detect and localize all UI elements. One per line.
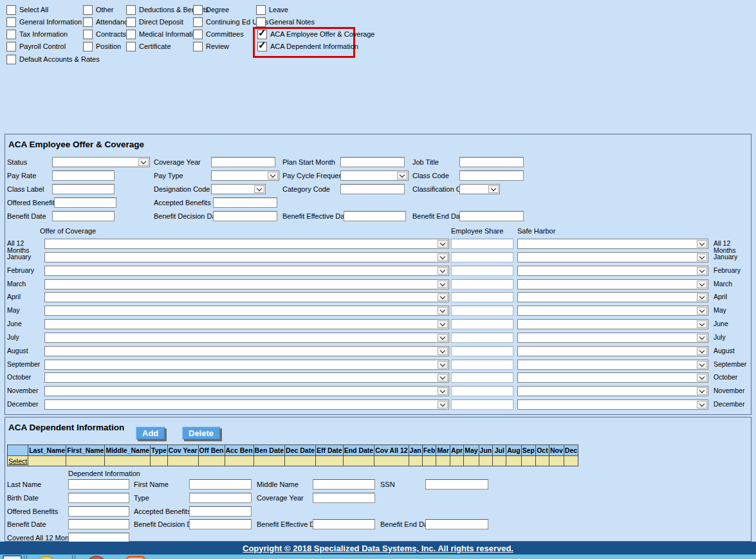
safe-harbor-select[interactable] bbox=[517, 386, 708, 396]
copyright-link[interactable]: Copyright © 2018 Specialized Data System… bbox=[243, 544, 513, 553]
first-name-input[interactable] bbox=[189, 479, 252, 490]
safe-harbor-select[interactable] bbox=[517, 252, 708, 262]
checkbox-icon[interactable] bbox=[126, 42, 136, 51]
safe-harbor-select[interactable] bbox=[517, 333, 708, 343]
ssn-input[interactable] bbox=[425, 479, 488, 490]
checkbox-committees[interactable]: Committees bbox=[193, 30, 244, 39]
benefit-effective-date-input[interactable] bbox=[344, 211, 406, 221]
checkbox-icon[interactable] bbox=[193, 17, 203, 27]
checkbox-icon[interactable] bbox=[256, 5, 266, 15]
benefit-decision-date-input[interactable] bbox=[189, 519, 252, 529]
employee-share-input[interactable] bbox=[451, 346, 513, 356]
offer-of-coverage-select[interactable] bbox=[44, 266, 449, 276]
pay-cycle-frequency-select[interactable] bbox=[340, 170, 409, 181]
employee-share-input[interactable] bbox=[451, 386, 513, 396]
taskbar-window-icon[interactable] bbox=[3, 555, 22, 559]
designation-code-select[interactable] bbox=[211, 184, 266, 194]
offer-of-coverage-select[interactable] bbox=[44, 319, 449, 329]
category-code-input[interactable] bbox=[340, 184, 405, 194]
job-title-input[interactable] bbox=[459, 157, 524, 167]
safe-harbor-select[interactable] bbox=[517, 372, 708, 383]
safe-harbor-select[interactable] bbox=[517, 360, 708, 370]
class-label-input[interactable] bbox=[52, 184, 115, 194]
benefit-decision-date-input[interactable] bbox=[213, 211, 277, 221]
delete-button[interactable]: Delete bbox=[182, 426, 220, 439]
checkbox-icon[interactable] bbox=[126, 30, 136, 39]
checkbox-icon[interactable] bbox=[257, 42, 267, 51]
middle-name-input[interactable] bbox=[313, 479, 375, 490]
pay-type-select[interactable] bbox=[211, 170, 279, 181]
offer-of-coverage-select[interactable] bbox=[44, 239, 449, 249]
offer-of-coverage-select[interactable] bbox=[44, 306, 449, 316]
last-name-input[interactable] bbox=[68, 479, 129, 490]
birth-date-input[interactable] bbox=[68, 493, 129, 503]
offer-of-coverage-select[interactable] bbox=[44, 333, 449, 343]
checkbox-icon[interactable] bbox=[6, 55, 16, 64]
employee-share-input[interactable] bbox=[451, 266, 513, 276]
class-code-input[interactable] bbox=[459, 170, 524, 181]
taskbar-app-icon[interactable] bbox=[86, 556, 107, 559]
checkbox-icon[interactable] bbox=[83, 17, 93, 27]
safe-harbor-select[interactable] bbox=[517, 266, 708, 276]
checkbox-contracts[interactable]: Contracts bbox=[83, 30, 126, 39]
employee-share-input[interactable] bbox=[451, 372, 513, 383]
employee-share-input[interactable] bbox=[451, 399, 513, 410]
checkbox-general-information[interactable]: General Information bbox=[6, 17, 82, 26]
checkbox-icon[interactable] bbox=[83, 30, 93, 39]
checkbox-payroll-control[interactable]: Payroll Control bbox=[6, 42, 66, 51]
checkbox-icon[interactable] bbox=[6, 5, 16, 15]
benefit-end-date-input[interactable] bbox=[459, 211, 524, 221]
checkbox-icon[interactable] bbox=[193, 30, 203, 39]
add-button[interactable]: Add bbox=[136, 426, 165, 439]
select-link[interactable]: Select bbox=[8, 457, 27, 465]
safe-harbor-select[interactable] bbox=[517, 239, 708, 249]
status-select[interactable] bbox=[52, 157, 150, 167]
safe-harbor-select[interactable] bbox=[517, 292, 708, 302]
pay-rate-input[interactable] bbox=[52, 170, 115, 181]
employee-share-input[interactable] bbox=[451, 360, 513, 370]
accepted-benefits-input[interactable] bbox=[189, 506, 252, 517]
checkbox-aca-employee-offer-coverage[interactable]: ACA Employee Offer & Coverage bbox=[257, 30, 374, 39]
checkbox-aca-dependent-information[interactable]: ACA Dependent Information bbox=[257, 42, 358, 51]
safe-harbor-select[interactable] bbox=[517, 319, 708, 329]
checkbox-icon[interactable] bbox=[257, 30, 267, 39]
checkbox-icon[interactable] bbox=[256, 17, 266, 27]
taskbar-app-icon[interactable] bbox=[35, 556, 57, 559]
employee-share-input[interactable] bbox=[451, 279, 513, 289]
checkbox-tax-information[interactable]: Tax Information bbox=[6, 30, 68, 39]
offered-benefits-input[interactable] bbox=[68, 506, 129, 517]
safe-harbor-select[interactable] bbox=[517, 399, 708, 410]
safe-harbor-select[interactable] bbox=[517, 346, 708, 356]
offer-of-coverage-select[interactable] bbox=[44, 372, 449, 383]
checkbox-review[interactable]: Review bbox=[193, 42, 229, 51]
checkbox-icon[interactable] bbox=[6, 30, 16, 39]
employee-share-input[interactable] bbox=[451, 292, 513, 302]
checkbox-icon[interactable] bbox=[126, 17, 136, 27]
checkbox-icon[interactable] bbox=[83, 42, 93, 51]
safe-harbor-select[interactable] bbox=[517, 306, 708, 316]
offer-of-coverage-select[interactable] bbox=[44, 346, 449, 356]
type-input[interactable] bbox=[189, 493, 252, 503]
checkbox-attendance[interactable]: Attendance bbox=[83, 17, 132, 26]
benefit-date-input[interactable] bbox=[52, 211, 115, 221]
checkbox-direct-deposit[interactable]: Direct Deposit bbox=[126, 17, 183, 26]
checkbox-icon[interactable] bbox=[6, 17, 16, 27]
employee-share-input[interactable] bbox=[451, 333, 513, 343]
taskbar-app-icon[interactable] bbox=[126, 556, 145, 559]
coverage-year-input[interactable] bbox=[313, 493, 375, 503]
benefit-date-input[interactable] bbox=[68, 519, 129, 529]
offer-of-coverage-select[interactable] bbox=[44, 292, 449, 302]
coverage-year-input[interactable] bbox=[211, 157, 275, 167]
safe-harbor-select[interactable] bbox=[517, 279, 708, 289]
offer-of-coverage-select[interactable] bbox=[44, 252, 449, 262]
checkbox-default-accounts-rates[interactable]: Default Accounts & Rates bbox=[6, 55, 100, 64]
checkbox-icon[interactable] bbox=[126, 5, 136, 15]
checkbox-icon[interactable] bbox=[6, 42, 16, 51]
checkbox-degree[interactable]: Degree bbox=[193, 5, 229, 14]
employee-share-input[interactable] bbox=[451, 319, 513, 329]
checkbox-leave[interactable]: Leave bbox=[256, 5, 288, 14]
benefit-end-date-input[interactable] bbox=[425, 519, 488, 529]
offer-of-coverage-select[interactable] bbox=[44, 386, 449, 396]
checkbox-position[interactable]: Position bbox=[83, 42, 121, 51]
checkbox-medical-information[interactable]: Medical Information bbox=[126, 30, 201, 39]
